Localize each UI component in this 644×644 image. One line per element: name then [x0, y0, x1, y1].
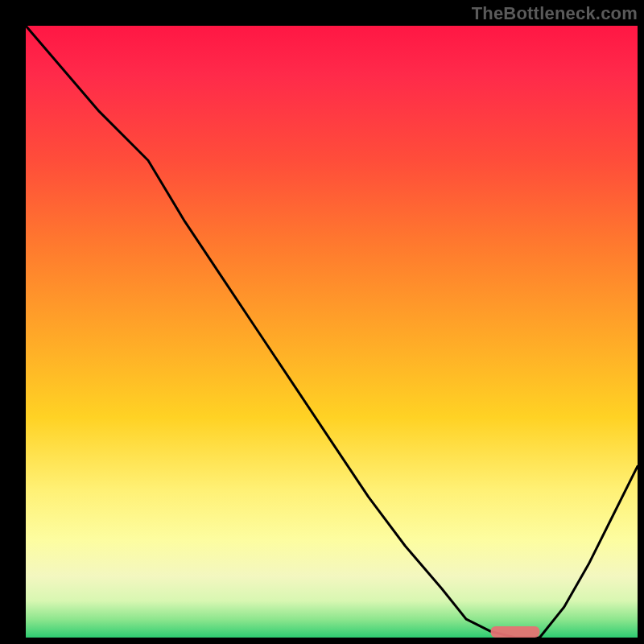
chart-frame: TheBottleneck.com [0, 0, 644, 644]
watermark-text: TheBottleneck.com [472, 3, 638, 24]
bottleneck-curve [26, 26, 638, 638]
chart-overlay [26, 26, 638, 638]
optimal-range-marker [491, 626, 540, 638]
